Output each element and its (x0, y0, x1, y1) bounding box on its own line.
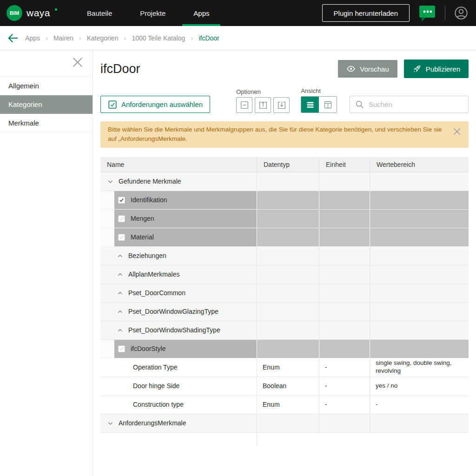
sidebar-item-merkmale[interactable]: Merkmale (0, 114, 93, 132)
row-datentyp: Boolean (257, 377, 319, 395)
row-name: Material (131, 233, 154, 241)
row-indent (100, 340, 114, 358)
row-name: Construction type (100, 396, 257, 414)
table-feature-row[interactable]: Material (100, 228, 469, 247)
user-profile-icon[interactable] (454, 6, 469, 20)
collapse-all-icon[interactable] (236, 97, 252, 113)
brand-logo[interactable]: BIM waya (0, 5, 57, 21)
eye-icon (346, 64, 356, 73)
header-einheit: Einheit (319, 157, 370, 172)
row-checkbox[interactable] (118, 234, 125, 241)
header-name: Name (100, 157, 257, 172)
chat-icon[interactable] (418, 5, 436, 22)
breadcrumb-item[interactable]: Kategorien (87, 34, 119, 42)
preview-button[interactable]: Vorschau (338, 60, 397, 78)
top-navigation: BauteileProjekteApps (73, 0, 223, 26)
export-icon[interactable] (255, 97, 271, 113)
chevron-down-icon[interactable] (107, 178, 114, 185)
row-wertebereich: yes / no (370, 377, 469, 395)
options-group: Optionen (236, 88, 290, 113)
brand-dot-icon (55, 8, 57, 11)
row-name: Mengen (131, 215, 154, 222)
bim-logo-text: BIM (10, 10, 19, 16)
plugin-download-button[interactable]: Plugin herunterladen (322, 4, 410, 22)
table-group-row[interactable]: Beziehungen (100, 247, 469, 265)
topbar-actions: Plugin herunterladen (322, 4, 476, 22)
row-checkbox[interactable] (118, 215, 125, 222)
topbar-divider (445, 6, 445, 20)
row-indent (100, 191, 114, 209)
table-group-row[interactable]: AllplanMerkmales (100, 265, 469, 284)
table-group-row[interactable]: Pset_DoorWindowGlazingType (100, 303, 469, 321)
nav-item-bauteile[interactable]: Bauteile (73, 0, 126, 26)
sidebar-close-icon[interactable] (71, 56, 84, 69)
breadcrumb-separator: › (46, 34, 48, 42)
back-arrow-icon[interactable] (6, 31, 20, 46)
table-feature-row[interactable]: Identifikation (100, 191, 469, 210)
row-checkbox[interactable] (118, 345, 125, 352)
row-datentyp: Enum (257, 396, 319, 414)
topbar: BIM waya BauteileProjekteApps Plugin her… (0, 0, 476, 26)
row-checkbox[interactable] (118, 197, 125, 204)
view-group: Ansicht (301, 87, 337, 113)
breadcrumb-separator: › (191, 34, 193, 42)
publish-button[interactable]: Publizieren (404, 60, 469, 78)
breadcrumb-bar: Apps›Mairen›Kategorien›1000 Teile Katalo… (0, 26, 476, 50)
sidebar: AllgemeinKategorienMerkmale (0, 50, 93, 476)
row-name: ifcDoorStyle (131, 345, 165, 352)
search-icon (355, 99, 365, 110)
breadcrumb-separator: › (124, 34, 126, 42)
table-group-row[interactable]: AnforderungsMerkmale (100, 414, 469, 433)
features-table: Name Datentyp Einheit Wertebereich Gefun… (100, 157, 469, 446)
table-group-row[interactable]: Pset_DoorCommon (100, 284, 469, 303)
breadcrumb-item[interactable]: Apps (25, 34, 40, 42)
row-name: Gefundene Merkmale (119, 178, 181, 185)
row-name: Identifikation (131, 196, 167, 204)
row-name: Beziehungen (128, 252, 166, 259)
column-view-icon[interactable] (319, 97, 337, 112)
chevron-down-icon[interactable] (107, 420, 114, 427)
sidebar-menu: AllgemeinKategorienMerkmale (0, 76, 93, 132)
table-group-row[interactable]: Pset_DoorWindowShadingType (100, 321, 469, 340)
bim-logo-icon: BIM (7, 5, 22, 21)
brand-name: waya (26, 7, 50, 19)
row-wertebereich: single swing, double swing, revolving (370, 358, 469, 377)
breadcrumb-item[interactable]: Mairen (53, 34, 73, 42)
list-view-icon[interactable] (301, 97, 319, 112)
header-datentyp: Datentyp (257, 157, 319, 172)
import-icon[interactable] (273, 97, 290, 113)
select-requirements-label: Anforderungen auswählen (121, 100, 203, 108)
checkbox-checked-icon (108, 100, 117, 109)
table-detail-row[interactable]: Operation TypeEnum-single swing, double … (100, 358, 469, 377)
breadcrumb: Apps›Mairen›Kategorien›1000 Teile Katalo… (25, 34, 219, 42)
banner-close-icon[interactable] (452, 126, 462, 137)
sidebar-item-kategorien[interactable]: Kategorien (0, 95, 93, 114)
nav-item-apps[interactable]: Apps (179, 0, 223, 26)
row-indent (100, 210, 114, 228)
select-requirements-button[interactable]: Anforderungen auswählen (100, 96, 210, 113)
breadcrumb-separator: › (79, 34, 81, 42)
sidebar-item-allgemein[interactable]: Allgemein (0, 77, 93, 95)
breadcrumb-item[interactable]: 1000 Teile Katalog (132, 34, 185, 42)
chevron-up-icon[interactable] (117, 271, 124, 278)
chevron-up-icon[interactable] (117, 252, 124, 259)
row-name: Pset_DoorCommon (128, 289, 185, 297)
row-name: AllplanMerkmales (128, 271, 179, 278)
table-detail-row[interactable]: Construction typeEnum-- (100, 396, 469, 414)
page-title: ifcDoor (100, 62, 140, 76)
chevron-up-icon[interactable] (117, 290, 124, 297)
breadcrumb-item[interactable]: ifcDoor (198, 34, 219, 42)
search-box (350, 96, 469, 113)
table-feature-row[interactable]: Mengen (100, 210, 469, 228)
rocket-icon (412, 64, 422, 73)
table-group-row[interactable]: Gefundene Merkmale (100, 172, 469, 191)
table-feature-row[interactable]: ifcDoorStyle (100, 340, 469, 358)
chevron-up-icon[interactable] (117, 308, 124, 315)
row-name: Pset_DoorWindowShadingType (128, 326, 220, 334)
chevron-up-icon[interactable] (117, 327, 124, 334)
search-input[interactable] (369, 100, 463, 108)
row-name: Pset_DoorWindowGlazingType (128, 308, 218, 315)
table-detail-row[interactable]: Door hinge SideBoolean-yes / no (100, 377, 469, 396)
title-row: ifcDoor Vorschau Publizieren (100, 60, 469, 78)
nav-item-projekte[interactable]: Projekte (126, 0, 179, 26)
